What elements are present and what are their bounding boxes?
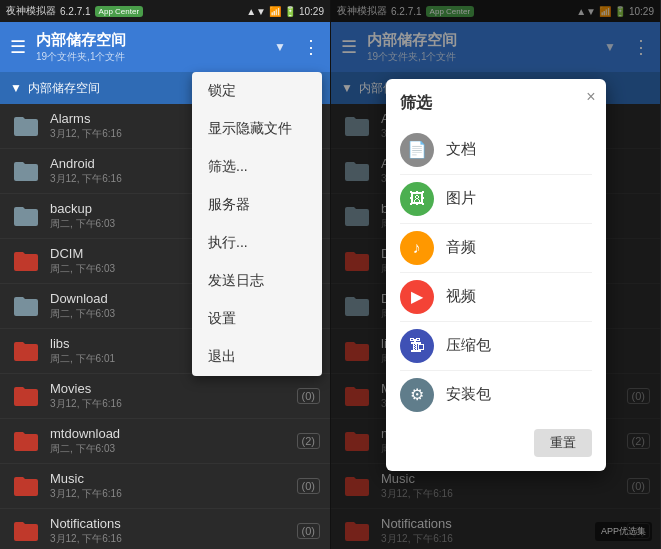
- folder-icon: [10, 290, 42, 322]
- folder-icon: [10, 110, 42, 142]
- file-count: (0): [297, 523, 320, 539]
- filter-item-apk[interactable]: ⚙安装包: [400, 371, 592, 419]
- filter-title: 筛选: [400, 93, 592, 114]
- folder-icon: [10, 245, 42, 277]
- dropdown-item[interactable]: 设置: [192, 300, 322, 338]
- file-date: 3月12, 下午6:16: [50, 397, 289, 411]
- title-arrow-left[interactable]: ▼: [274, 40, 286, 54]
- dropdown-menu: 锁定显示隐藏文件筛选...服务器执行...发送日志设置退出: [192, 72, 322, 376]
- status-bar-left: 夜神模拟器 6.2.7.1 App Center ▲▼ 📶 🔋 10:29: [0, 0, 330, 22]
- dropdown-item[interactable]: 筛选...: [192, 148, 322, 186]
- file-name: Movies: [50, 381, 289, 396]
- filter-reset-button[interactable]: 重置: [534, 429, 592, 457]
- file-date: 3月12, 下午6:16: [50, 532, 289, 546]
- filter-items: 📄文档🖼图片♪音频▶视频🗜压缩包⚙安装包: [400, 126, 592, 419]
- filter-label-apk: 安装包: [446, 385, 491, 404]
- folder-icon: [10, 335, 42, 367]
- filter-icon-video: ▶: [400, 280, 434, 314]
- file-name: mtdownload: [50, 426, 289, 441]
- dropdown-item[interactable]: 执行...: [192, 224, 322, 262]
- file-date: 3月12, 下午6:16: [50, 487, 289, 501]
- filter-item-zip[interactable]: 🗜压缩包: [400, 322, 592, 371]
- list-item[interactable]: mtdownload周二, 下午6:03(2): [0, 419, 330, 464]
- file-name: Notifications: [50, 516, 289, 531]
- app-version-left: 6.2.7.1: [60, 6, 91, 17]
- dropdown-item[interactable]: 发送日志: [192, 262, 322, 300]
- filter-icon-img: 🖼: [400, 182, 434, 216]
- dropdown-item[interactable]: 服务器: [192, 186, 322, 224]
- title-bar-left: ☰ 内部储存空间 19个文件夹,1个文件 ▼ ⋮: [0, 22, 330, 72]
- filter-label-audio: 音频: [446, 238, 476, 257]
- dropdown-item[interactable]: 退出: [192, 338, 322, 376]
- filter-icon-zip: 🗜: [400, 329, 434, 363]
- filter-label-img: 图片: [446, 189, 476, 208]
- filter-label-video: 视频: [446, 287, 476, 306]
- folder-icon: [10, 470, 42, 502]
- filter-dialog: 筛选 × 📄文档🖼图片♪音频▶视频🗜压缩包⚙安装包 重置: [386, 79, 606, 471]
- hamburger-button[interactable]: ☰: [10, 36, 26, 58]
- file-name: Music: [50, 471, 289, 486]
- dropdown-item[interactable]: 显示隐藏文件: [192, 110, 322, 148]
- list-item[interactable]: Movies3月12, 下午6:16(0): [0, 374, 330, 419]
- dropdown-item[interactable]: 锁定: [192, 72, 322, 110]
- main-title-left: 内部储存空间: [36, 31, 264, 50]
- file-date: 周二, 下午6:03: [50, 442, 289, 456]
- more-options-button-left[interactable]: ⋮: [302, 36, 320, 58]
- sub-header-arrow-left: ▼: [10, 81, 22, 95]
- right-panel: 夜神模拟器 6.2.7.1 App Center ▲▼ 📶 🔋 10:29 ☰ …: [330, 0, 660, 549]
- file-count: (2): [297, 433, 320, 449]
- filter-item-audio[interactable]: ♪音频: [400, 224, 592, 273]
- list-item[interactable]: Notifications3月12, 下午6:16(0): [0, 509, 330, 549]
- app-center-badge-left[interactable]: App Center: [95, 6, 143, 17]
- time-left: 10:29: [299, 6, 324, 17]
- wifi-icon: ▲▼: [246, 6, 266, 17]
- folder-icon: [10, 515, 42, 547]
- filter-label-zip: 压缩包: [446, 336, 491, 355]
- filter-item-doc[interactable]: 📄文档: [400, 126, 592, 175]
- folder-icon: [10, 200, 42, 232]
- filter-close-button[interactable]: ×: [586, 89, 595, 105]
- file-count: (0): [297, 478, 320, 494]
- filter-label-doc: 文档: [446, 140, 476, 159]
- filter-item-video[interactable]: ▶视频: [400, 273, 592, 322]
- filter-icon-audio: ♪: [400, 231, 434, 265]
- list-item[interactable]: Music3月12, 下午6:16(0): [0, 464, 330, 509]
- filter-overlay: 筛选 × 📄文档🖼图片♪音频▶视频🗜压缩包⚙安装包 重置: [331, 0, 660, 549]
- file-count: (0): [297, 388, 320, 404]
- left-panel: 夜神模拟器 6.2.7.1 App Center ▲▼ 📶 🔋 10:29 ☰ …: [0, 0, 330, 549]
- app-name-left: 夜神模拟器: [6, 4, 56, 18]
- signal-icon: 📶: [269, 6, 281, 17]
- filter-icon-doc: 📄: [400, 133, 434, 167]
- battery-icon: 🔋: [284, 6, 296, 17]
- folder-icon: [10, 155, 42, 187]
- sub-header-label-left: 内部储存空间: [28, 80, 100, 97]
- filter-item-img[interactable]: 🖼图片: [400, 175, 592, 224]
- filter-icon-apk: ⚙: [400, 378, 434, 412]
- sub-title-left: 19个文件夹,1个文件: [36, 50, 264, 64]
- folder-icon: [10, 380, 42, 412]
- folder-icon: [10, 425, 42, 457]
